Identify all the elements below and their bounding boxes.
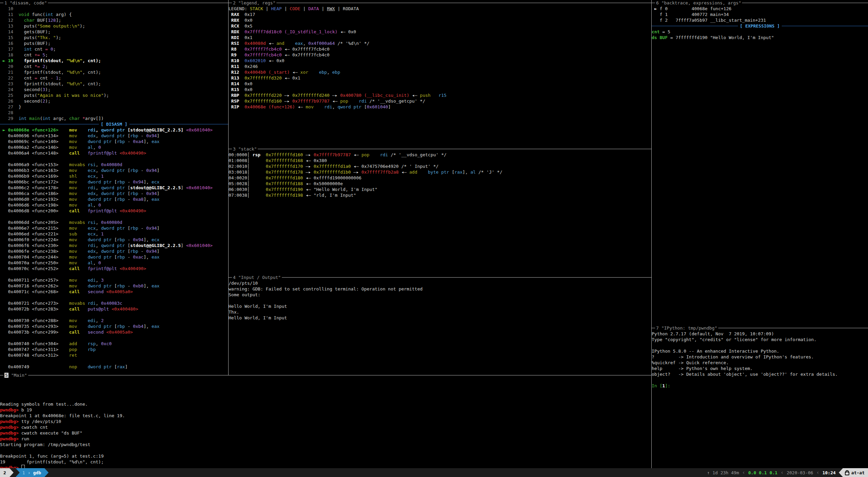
powerline-arrow-icon [10,468,14,477]
terminal-line: cnt = 5 [652,29,868,35]
terminal-line: 12 char BUF[128]; [0,17,228,23]
program-io-listing[interactable]: /dev/pts/10warning: GDB: Failed to set c… [229,280,651,321]
pane4-number: 4 [233,275,236,280]
terminal-line: 06:0030│ 0x7fffffffd190 ◂— "Hello World,… [229,187,651,192]
expressions-divider: [ EXPRESSIONS ] [652,23,868,29]
terminal-line: 16 puts(BUF); [0,40,228,46]
terminal-line: 0x40070c <func+252> call fprintf@plt <0x… [0,266,228,271]
terminal-line: 0x40072b <func+283> call puts@plt <0x400… [0,306,228,312]
terminal-line: 07:0038│ 0x7fffffffd198 ◂— "rld, I'm Inp… [229,192,651,198]
terminal-line: 26 second(2); [0,98,228,104]
terminal-line: R9 0x7ffff7fcb4c0 ◂— 0x7ffff7fcb4c0 [229,52,651,58]
pane7-title: "IPython: tmp/pwndbg" [659,325,717,331]
terminal-line: object? -> Details about 'object', use '… [652,371,868,377]
terminal-line: RDI 0x1 [229,35,651,40]
terminal-line [0,395,651,401]
terminal-line: 03:0018│ 0x7fffffffd178 —▸ 0x7fffffffd1b… [229,169,651,175]
uptime-arrow-icon: ↑ [707,470,710,476]
window-index-segment[interactable]: 2 [0,468,10,477]
terminal-line: %quickref -> Quick reference. [652,360,868,366]
chevron-left-icon: ‹ [816,470,819,476]
registers-listing[interactable]: LEGEND: STACK | HEAP | CODE | DATA | RWX… [229,6,651,110]
hostname-label: at-at [851,470,865,476]
stack-listing[interactable]: 00:0000│ rsp 0x7fffffffd160 —▸ 0x7ffff7b… [229,152,651,198]
pane7-title-row: 7 "IPython: tmp/pwndbg" [652,325,868,331]
terminal-line: RSI 0x40080d ◂— and eax, 0x4f000a64 /* '… [229,40,651,46]
terminal-line: ? -> Introduction and overview of IPytho… [652,354,868,360]
pane-index-label: 1 [22,470,25,476]
terminal-line [652,342,868,348]
terminal-line [0,378,651,384]
terminal-line [0,312,228,318]
terminal-line: /dev/pts/10 [229,280,651,286]
pane-input-output[interactable]: 4 "Input / Output" /dev/pts/10warning: G… [229,275,651,372]
terminal-line: 0x4006a2 <func+146> mov al, 0 [0,144,228,150]
terminal-line: Breakpoint 1, func (arg=5) at test.c:19 [0,453,651,459]
pane-backtrace-expressions[interactable]: 6 "backtrace, expressions, args" ► f 0 4… [652,0,868,325]
gdb-console-listing[interactable]: Reading symbols from test...done.pwndbg>… [0,378,651,468]
hostname-segment: at-at [843,468,868,477]
terminal-line: 0x400721 <func+273> movabs rdi, 0x40083c [0,300,228,306]
terminal-line [229,298,651,303]
ipython-listing[interactable]: Python 2.7.17 (default, Nov 7 2019, 10:0… [652,331,868,389]
pane-ipython[interactable]: 7 "IPython: tmp/pwndbg" Python 2.7.17 (d… [652,325,868,468]
terminal-line: 05:0028│ 0x7fffffffd188 ◂— 0x50000000e [229,181,651,187]
terminal-line [0,447,651,453]
backtrace-listing[interactable]: ► f 0 40068e func+126 f 1 400772 main+34… [652,6,868,23]
terminal-line: 0x4006c2 <func+178> mov rdi, qword ptr [… [0,185,228,191]
terminal-line: Type "copyright", "credits" or "license"… [652,337,868,342]
terminal-line: RAX 0x17 [229,12,651,17]
pane4-title-row: 4 "Input / Output" [229,275,651,280]
terminal-line: 0x4006f0 <func+224> mov dword ptr [rbp -… [0,237,228,243]
terminal-line: 0x400704 <func+244> mov dword ptr [rbp -… [0,254,228,260]
pane-stack[interactable]: 3 "stack" 00:0000│ rsp 0x7fffffffd160 —▸… [229,146,651,275]
active-window-segment[interactable]: 1 › gdb [16,468,44,477]
pane-legend-regs[interactable]: 2 "legend, regs" LEGEND: STACK | HEAP | … [229,0,651,146]
terminal-line [0,335,228,341]
terminal-line: Some output: [229,292,651,298]
pane5-title: "Main" [8,373,27,378]
terminal-line: 0x400716 <func+262> mov dword ptr [rbp -… [0,283,228,289]
terminal-line: 0x40073b <func+299> call second <0x4005a… [0,329,228,335]
powerline-arrow-icon [44,468,49,477]
terminal-line: R8 0x7ffff7fcb4c0 ◂— 0x7ffff7fcb4c0 [229,46,651,52]
terminal-line [0,295,228,300]
clock-label: 10:24 [822,470,836,476]
lock-icon [845,472,849,475]
terminal-line: 20 cnt *= 2; [0,64,228,69]
pane7-number: 7 [656,325,659,331]
terminal-line: 25 puts("Again as it was so nice"); [0,92,228,98]
chevron-right-icon: › [28,470,31,476]
expressions-listing[interactable]: cnt = 5ds BUF = 7fffffffd190 "Hello Worl… [652,29,868,40]
terminal-line: R15 0x0 [229,87,651,92]
terminal-line: Reading symbols from test...done. [0,401,651,407]
pane2-title: "legend, regs" [236,0,275,5]
terminal-line: 22 cnt = cnt - 1; [0,75,228,81]
terminal-line: 0x400730 <func+288> mov edi, 2 [0,318,228,323]
terminal-line: 0x400748 <func+312> ret [0,352,228,358]
terminal-line: ds BUF = 7fffffffd190 "Hello World, I'm … [652,35,868,40]
terminal-line: 0x4006b3 <func+163> mov ecx, dword ptr [… [0,167,228,173]
terminal-line: RIP 0x40068e (func+126) ◂— mov rdi, qwor… [229,104,651,110]
pane-disasm-code[interactable]: 1 "disasm, code" 10 11 void func(int arg… [0,0,228,372]
terminal-line: IPython 5.8.0 -- An enhanced Interactive… [652,348,868,354]
terminal-line: 29 int main(int argc, char *argv[]) [0,116,228,121]
pane6-title-row: 6 "backtrace, expressions, args" [652,0,868,6]
terminal-line: 0x400747 <func+311> pop rbp [0,347,228,352]
terminal-line: 10 [0,6,228,12]
source-listing[interactable]: 10 11 void func(int arg) { 12 char BUF[1… [0,6,228,121]
terminal-line: pwndbg> cwatch execute "ds BUF" [0,430,651,436]
terminal-line [0,358,228,364]
terminal-line: f 1 400772 main+34 [652,12,868,17]
terminal-line [0,156,228,162]
pane2-number: 2 [233,0,236,5]
pane-main-gdb-console[interactable]: 5 "Main" Reading symbols from test...don… [0,372,651,468]
terminal-line: 0x4006d0 <func+192> mov dword ptr [rbp -… [0,196,228,202]
powerline-arrow-icon [839,468,843,477]
disassembly-listing[interactable]: ► 0x40068e <func+126> mov rdi, qword ptr… [0,127,228,370]
terminal-line [0,271,228,277]
terminal-line: 0x4006d8 <func+200> call fprintf@plt <0x… [0,208,228,214]
terminal-line: ► f 0 40068e func+126 [652,6,868,12]
date-label: 2020-03-06 [786,470,813,476]
window-name-label: gdb [33,470,41,476]
